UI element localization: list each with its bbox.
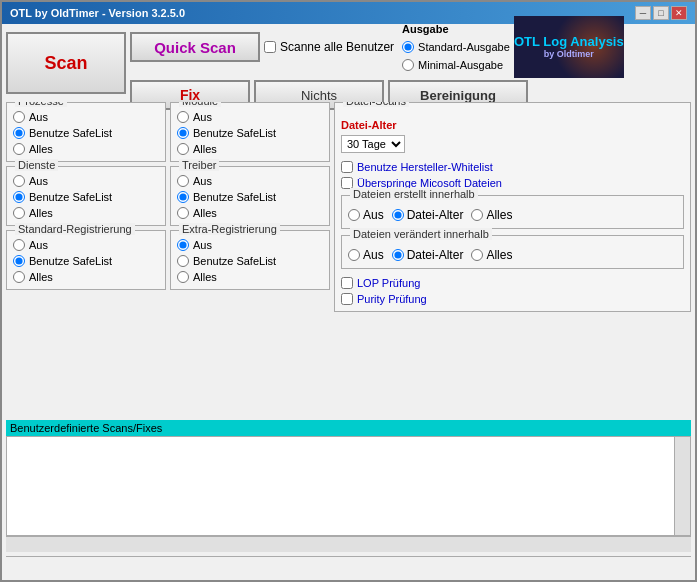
minimize-button[interactable]: ─ bbox=[635, 6, 651, 20]
purity-checkbox[interactable] bbox=[341, 293, 353, 305]
veraendert-alles-label-wrap: Alles bbox=[471, 248, 512, 262]
treiber-alles-label: Alles bbox=[193, 207, 217, 219]
window-controls: ─ □ ✕ bbox=[635, 6, 687, 20]
veraendert-aus-radio[interactable] bbox=[348, 249, 360, 261]
module-safelist-row: Benutze SafeList bbox=[177, 127, 323, 139]
scan-button[interactable]: Scan bbox=[6, 32, 126, 94]
dateien-veraendert-radios: Aus Datei-Alter Alles bbox=[348, 248, 677, 262]
treiber-aus-radio[interactable] bbox=[177, 175, 189, 187]
veraendert-datei-radio[interactable] bbox=[392, 249, 404, 261]
treiber-alles-row: Alles bbox=[177, 207, 323, 219]
main-window: OTL by OldTimer - Version 3.2.5.0 ─ □ ✕ … bbox=[0, 0, 697, 582]
extra-reg-title: Extra-Registrierung bbox=[179, 223, 280, 235]
dienste-aus-radio[interactable] bbox=[13, 175, 25, 187]
minimal-ausgabe-row: Minimal-Ausgabe bbox=[402, 59, 510, 71]
treiber-alles-radio[interactable] bbox=[177, 207, 189, 219]
treiber-safelist-row: Benutze SafeList bbox=[177, 191, 323, 203]
veraendert-alles-radio[interactable] bbox=[471, 249, 483, 261]
prozesse-alles-row: Alles bbox=[13, 143, 159, 155]
purity-label: Purity Prüfung bbox=[357, 293, 427, 305]
treiber-aus-label: Aus bbox=[193, 175, 212, 187]
datei-alter-label: Datei-Alter bbox=[341, 119, 684, 131]
logo-line2: by Oldtimer bbox=[514, 49, 624, 60]
dienste-aus-label: Aus bbox=[29, 175, 48, 187]
std-reg-safelist-radio[interactable] bbox=[13, 255, 25, 267]
std-reg-aus-label: Aus bbox=[29, 239, 48, 251]
right-column: Datei-Scans Datei-Alter 30 Tage 60 Tage … bbox=[334, 102, 691, 416]
status-bar bbox=[6, 556, 691, 576]
lop-row: LOP Prüfung bbox=[341, 277, 684, 289]
bottom-area: Benutzerdefinierte Scans/Fixes bbox=[6, 420, 691, 552]
logo-area: OTL Log Analysis by Oldtimer bbox=[514, 16, 624, 78]
benutzerdefinierte-label: Benutzerdefinierte Scans/Fixes bbox=[6, 420, 691, 436]
std-reg-safelist-label: Benutze SafeList bbox=[29, 255, 112, 267]
minimal-ausgabe-label: Minimal-Ausgabe bbox=[418, 59, 503, 71]
dateien-erstellt-group: Dateien erstellt innerhalb Aus Datei-Alt… bbox=[341, 195, 684, 229]
hersteller-checkbox[interactable] bbox=[341, 161, 353, 173]
erstellt-alles-label-wrap: Alles bbox=[471, 208, 512, 222]
erstellt-datei-label-wrap: Datei-Alter bbox=[392, 208, 464, 222]
prozesse-safelist-row: Benutze SafeList bbox=[13, 127, 159, 139]
dienste-alles-radio[interactable] bbox=[13, 207, 25, 219]
datei-alter-select-row: 30 Tage 60 Tage 90 Tage bbox=[341, 135, 684, 153]
close-button[interactable]: ✕ bbox=[671, 6, 687, 20]
vertical-scrollbar[interactable] bbox=[674, 437, 690, 535]
dateien-erstellt-radios: Aus Datei-Alter Alles bbox=[348, 208, 677, 222]
prozesse-alles-radio[interactable] bbox=[13, 143, 25, 155]
erstellt-datei-radio[interactable] bbox=[392, 209, 404, 221]
prozesse-title: Prozesse bbox=[15, 102, 67, 107]
lop-checkbox[interactable] bbox=[341, 277, 353, 289]
veraendert-datei-label: Datei-Alter bbox=[407, 248, 464, 262]
dienste-title: Dienste bbox=[15, 159, 58, 171]
std-reg-aus-radio[interactable] bbox=[13, 239, 25, 251]
extra-reg-aus-radio[interactable] bbox=[177, 239, 189, 251]
standard-reg-group: Standard-Registrierung Aus Benutze SafeL… bbox=[6, 230, 166, 290]
extra-reg-safelist-row: Benutze SafeList bbox=[177, 255, 323, 267]
standard-ausgabe-row: Standard-Ausgabe bbox=[402, 41, 510, 53]
prozesse-safelist-radio[interactable] bbox=[13, 127, 25, 139]
dienste-alles-label: Alles bbox=[29, 207, 53, 219]
benutzerdefinierte-textarea[interactable] bbox=[7, 437, 674, 535]
std-reg-alles-radio[interactable] bbox=[13, 271, 25, 283]
purity-row: Purity Prüfung bbox=[341, 293, 684, 305]
prozesse-aus-label: Aus bbox=[29, 111, 48, 123]
logo-text: OTL Log Analysis by Oldtimer bbox=[514, 34, 624, 60]
extra-reg-alles-radio[interactable] bbox=[177, 271, 189, 283]
treiber-group: Treiber Aus Benutze SafeList Alles bbox=[170, 166, 330, 226]
logo-line1: OTL Log Analysis bbox=[514, 34, 624, 50]
maximize-button[interactable]: □ bbox=[653, 6, 669, 20]
veraendert-alles-label: Alles bbox=[486, 248, 512, 262]
standard-ausgabe-radio[interactable] bbox=[402, 41, 414, 53]
dienste-safelist-radio[interactable] bbox=[13, 191, 25, 203]
treiber-safelist-radio[interactable] bbox=[177, 191, 189, 203]
hersteller-label: Benutze Hersteller-Whitelist bbox=[357, 161, 493, 173]
module-aus-radio[interactable] bbox=[177, 111, 189, 123]
module-safelist-label: Benutze SafeList bbox=[193, 127, 276, 139]
dienste-alles-row: Alles bbox=[13, 207, 159, 219]
veraendert-datei-label-wrap: Datei-Alter bbox=[392, 248, 464, 262]
module-alles-radio[interactable] bbox=[177, 143, 189, 155]
prozesse-group: Prozesse Aus Benutze SafeList Alles bbox=[6, 102, 166, 162]
prozesse-aus-radio[interactable] bbox=[13, 111, 25, 123]
module-safelist-radio[interactable] bbox=[177, 127, 189, 139]
std-reg-aus-row: Aus bbox=[13, 239, 159, 251]
extra-reg-safelist-radio[interactable] bbox=[177, 255, 189, 267]
content-area: Scan Quick Scan Scanne alle Benutzer Aus… bbox=[2, 24, 695, 580]
dateien-veraendert-title: Dateien verändert innerhalb bbox=[350, 228, 492, 240]
quick-scan-button[interactable]: Quick Scan bbox=[130, 32, 260, 62]
benutzerdefinierte-textarea-box bbox=[6, 436, 691, 536]
lop-label: LOP Prüfung bbox=[357, 277, 420, 289]
horizontal-scrollbar[interactable] bbox=[6, 536, 691, 552]
main-area: Prozesse Aus Benutze SafeList Alles bbox=[6, 102, 691, 416]
extra-reg-alles-label: Alles bbox=[193, 271, 217, 283]
minimal-ausgabe-radio[interactable] bbox=[402, 59, 414, 71]
erstellt-aus-radio[interactable] bbox=[348, 209, 360, 221]
ausgabe-title: Ausgabe bbox=[402, 23, 510, 35]
standard-ausgabe-label: Standard-Ausgabe bbox=[418, 41, 510, 53]
treiber-aus-row: Aus bbox=[177, 175, 323, 187]
extra-reg-group: Extra-Registrierung Aus Benutze SafeList… bbox=[170, 230, 330, 290]
prozesse-aus-row: Aus bbox=[13, 111, 159, 123]
scanne-alle-checkbox[interactable] bbox=[264, 41, 276, 53]
erstellt-alles-radio[interactable] bbox=[471, 209, 483, 221]
datei-alter-select[interactable]: 30 Tage 60 Tage 90 Tage bbox=[341, 135, 405, 153]
